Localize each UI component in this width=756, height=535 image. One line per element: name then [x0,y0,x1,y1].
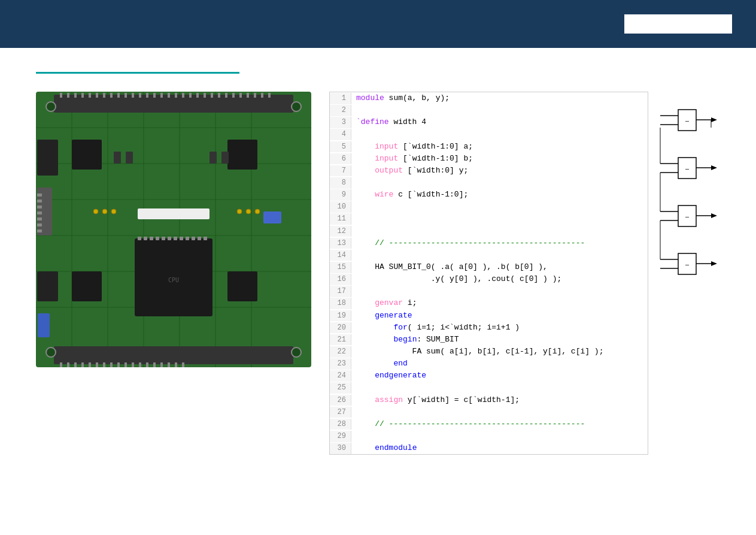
svg-rect-40 [247,93,249,98]
keyword-token: input [375,154,398,163]
svg-rect-61 [175,362,177,367]
line-content [351,382,366,394]
svg-rect-64 [37,194,42,197]
svg-rect-57 [146,362,148,367]
svg-rect-58 [153,362,156,367]
svg-rect-52 [110,362,113,367]
line-number: 1 [330,93,351,104]
line-content [351,104,366,116]
line-number: 4 [330,129,351,140]
svg-rect-32 [189,93,192,98]
line-number: 26 [330,395,351,406]
line-number: 29 [330,431,351,442]
svg-marker-128 [711,213,717,218]
svg-rect-51 [103,362,105,367]
svg-rect-95 [221,152,229,164]
svg-rect-27 [153,93,156,98]
svg-rect-90 [72,271,102,301]
main-content: CPU [0,48,756,467]
line-content [351,249,366,261]
svg-rect-62 [182,362,184,367]
right-panel: 1module sum(a, b, y);2 3`define width 44… [329,92,720,455]
code-line: 17 [330,285,648,297]
svg-marker-134 [711,261,717,266]
svg-rect-76 [144,237,147,240]
line-content [351,406,366,418]
svg-rect-19 [96,93,98,98]
keyword-token: [`width-1:0] b; [398,154,473,163]
line-content: input [`width-1:0] b; [351,153,478,165]
line-content [351,430,366,442]
svg-rect-35 [211,93,213,98]
svg-rect-78 [156,237,159,240]
svg-rect-60 [168,362,170,367]
svg-rect-24 [132,93,134,98]
text-token [356,142,375,151]
logic-svg: — — [654,92,720,451]
code-line: 3`define width 4 [330,116,648,128]
text-token [356,419,375,428]
text-token [356,154,375,163]
svg-point-103 [102,209,107,214]
svg-rect-70 [37,229,42,232]
code-line: 20 for( i=1; i<`width; i=i+1 ) [330,322,648,334]
svg-rect-55 [132,362,134,367]
line-content: generate [351,310,417,322]
keyword-token: assign [375,395,403,404]
code-line: 11 [330,213,648,225]
pcb-svg: CPU [36,92,311,367]
svg-rect-89 [227,140,257,170]
svg-rect-53 [117,362,120,367]
svg-rect-42 [261,93,263,98]
search-input[interactable] [624,14,732,34]
svg-point-98 [46,347,56,357]
code-line: 7 output [`width:0] y; [330,165,648,177]
code-line: 28 // ----------------------------------… [330,418,648,430]
svg-rect-49 [89,362,91,367]
line-number: 11 [330,213,351,225]
svg-rect-59 [160,362,163,367]
svg-rect-15 [67,93,69,98]
code-line: 19 generate [330,310,648,322]
svg-rect-73 [138,208,210,219]
line-content [351,285,366,297]
svg-rect-94 [210,152,217,164]
svg-point-104 [111,209,116,214]
text-token [356,311,375,320]
keyword-token: genvar [375,298,403,307]
svg-rect-45 [60,362,62,367]
svg-rect-44 [54,346,293,364]
svg-rect-54 [125,362,127,367]
svg-rect-25 [139,93,141,98]
text-token [356,166,375,175]
line-content: for( i=1; i<`width; i=i+1 ) [351,322,524,334]
text-token [356,298,375,307]
svg-point-96 [46,102,56,111]
line-number: 27 [330,407,351,418]
line-content: FA sum( a[i], b[i], c[i-1], y[i], c[i] )… [351,346,608,358]
svg-rect-36 [218,93,220,98]
header [0,0,756,48]
svg-rect-56 [139,362,141,367]
code-line: 29 [330,430,648,442]
svg-point-99 [292,347,301,357]
pcb-image: CPU [36,92,311,367]
line-number: 15 [330,262,351,273]
code-line: 25 [330,382,648,394]
code-line: 10 [330,201,648,213]
line-number: 17 [330,286,351,297]
line-number: 10 [330,201,351,213]
line-number: 12 [330,226,351,237]
keyword-token: sum(a, b, y); [384,93,450,102]
svg-rect-22 [117,93,120,98]
svg-rect-86 [204,237,207,240]
line-number: 30 [330,443,351,454]
svg-rect-100 [38,313,50,337]
code-line: 8 [330,177,648,189]
keyword-token: module [356,93,384,102]
text-token [356,359,393,368]
content-area: CPU [36,92,720,455]
line-number: 25 [330,382,351,394]
text-token [356,238,375,247]
title-underline [36,72,239,74]
